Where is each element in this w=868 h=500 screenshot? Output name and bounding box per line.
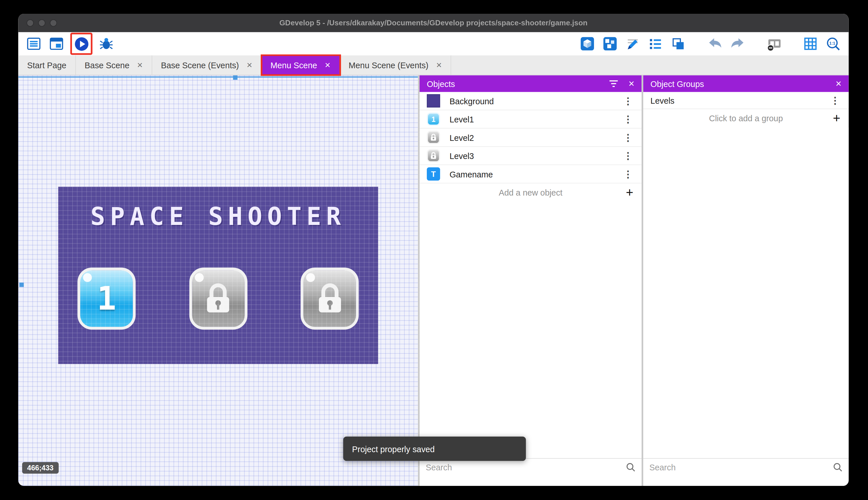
gloss-dot: [195, 273, 203, 282]
grid-icon: [803, 37, 818, 51]
locked-thumbnail-icon: [427, 131, 440, 144]
tab-label: Base Scene: [85, 60, 129, 70]
level2-button-instance[interactable]: [189, 268, 247, 329]
traffic-lights: [26, 14, 57, 32]
tab-base-scene[interactable]: Base Scene ×: [76, 55, 152, 75]
search-icon: [833, 462, 843, 472]
tab-bar: Start Page Base Scene × Base Scene (Even…: [18, 55, 848, 75]
level1-number: 1: [80, 271, 133, 327]
redo-button[interactable]: [728, 35, 746, 53]
selection-handle-left[interactable]: [19, 283, 24, 287]
row-menu-icon[interactable]: ⋮: [622, 150, 634, 161]
object-name: Level3: [449, 151, 622, 160]
zoom-button[interactable]: 1:1: [824, 35, 842, 53]
add-group-label: Click to add a group: [709, 113, 783, 123]
gloss-dot: [306, 273, 315, 282]
debugger-bug-icon: [99, 37, 114, 51]
close-window-button[interactable]: [26, 19, 34, 26]
minimize-window-button[interactable]: [38, 19, 46, 26]
groups-search-bar: [643, 458, 849, 476]
object-row-level1[interactable]: 1 Level1 ⋮: [420, 110, 642, 128]
search-icon: [626, 462, 635, 472]
toggle-mask-button[interactable]: [765, 35, 783, 53]
undo-button[interactable]: [706, 35, 724, 53]
close-objects-panel-icon[interactable]: ×: [629, 79, 634, 89]
row-menu-icon[interactable]: ⋮: [829, 94, 841, 106]
preview-button[interactable]: [73, 35, 90, 52]
close-groups-panel-icon[interactable]: ×: [835, 79, 841, 89]
instances-list-icon: [648, 37, 662, 51]
text-object-icon: T: [427, 167, 440, 181]
object-row-gamename[interactable]: T Gamename ⋮: [420, 165, 642, 183]
film-mask-minus-icon: [766, 36, 782, 51]
open-layers-editor-button[interactable]: [669, 35, 687, 53]
tab-close-icon[interactable]: ×: [436, 60, 442, 70]
tab-close-icon[interactable]: ×: [247, 60, 252, 70]
zoom-window-button[interactable]: [50, 19, 57, 26]
object-name: Level1: [449, 114, 622, 124]
screen: GDevelop 5 - /Users/dkarakay/Documents/G…: [0, 0, 868, 500]
objects-cube-icon: [580, 37, 595, 51]
level1-button-instance[interactable]: 1: [78, 268, 136, 329]
groups-panel-empty: [643, 127, 849, 458]
level1-thumbnail-icon: 1: [427, 112, 440, 126]
tab-base-scene-events[interactable]: Base Scene (Events) ×: [152, 55, 262, 75]
add-object-plus-icon[interactable]: +: [626, 186, 633, 199]
save-toast: Project properly saved: [343, 436, 526, 461]
groups-search-input[interactable]: [649, 462, 829, 472]
cursor-coordinates: 466;433: [22, 462, 58, 474]
add-group-plus-icon[interactable]: +: [833, 112, 840, 125]
objects-search-input[interactable]: [426, 462, 622, 472]
level3-button-instance[interactable]: [301, 268, 359, 329]
scene-window-icon: [49, 37, 63, 51]
row-menu-icon[interactable]: ⋮: [622, 113, 634, 125]
tab-close-icon[interactable]: ×: [325, 60, 330, 70]
level-buttons-row: 1: [78, 268, 359, 329]
tab-label: Menu Scene: [271, 60, 317, 70]
preview-highlight-box: [70, 33, 92, 55]
main-area: SPACE SHOOTER 1: [18, 76, 848, 486]
open-properties-button[interactable]: [624, 35, 642, 53]
locked-thumbnail-icon: [427, 149, 440, 162]
window-title: GDevelop 5 - /Users/dkarakay/Documents/G…: [18, 19, 848, 27]
tab-menu-scene-events[interactable]: Menu Scene (Events) ×: [340, 55, 451, 75]
object-name: Gamename: [449, 169, 622, 179]
selection-handle-top[interactable]: [233, 76, 237, 80]
start-page-button[interactable]: [47, 35, 65, 53]
background-instance[interactable]: SPACE SHOOTER 1: [58, 186, 378, 364]
open-objects-editor-button[interactable]: [578, 35, 596, 53]
toggle-grid-button[interactable]: [801, 35, 819, 53]
pencil-edit-icon: [626, 37, 640, 51]
tab-menu-scene[interactable]: Menu Scene ×: [262, 55, 340, 75]
object-groups-header: Object Groups ×: [643, 76, 849, 92]
debugger-button[interactable]: [97, 35, 115, 53]
titlebar: GDevelop 5 - /Users/dkarakay/Documents/G…: [18, 14, 848, 32]
zoom-1-1-icon: 1:1: [826, 36, 841, 51]
objects-panel-header: Objects ×: [420, 76, 642, 92]
object-groups-title: Object Groups: [650, 79, 826, 88]
objects-panel-empty: [420, 202, 642, 458]
add-group-row[interactable]: Click to add a group +: [643, 109, 849, 127]
open-object-groups-editor-button[interactable]: [601, 35, 619, 53]
play-icon: [74, 36, 89, 51]
object-row-background[interactable]: Background ⋮: [420, 92, 642, 110]
group-row-levels[interactable]: Levels ⋮: [643, 92, 849, 109]
object-row-level3[interactable]: Level3 ⋮: [420, 147, 642, 165]
tab-label: Start Page: [27, 60, 66, 70]
add-new-object-row[interactable]: Add a new object +: [420, 183, 642, 202]
scene-title-text[interactable]: SPACE SHOOTER: [58, 202, 378, 230]
object-name: Background: [449, 96, 622, 106]
tab-close-icon[interactable]: ×: [137, 60, 143, 70]
objects-panel-title: Objects: [427, 79, 599, 88]
row-menu-icon[interactable]: ⋮: [622, 95, 634, 106]
row-menu-icon[interactable]: ⋮: [622, 132, 634, 143]
lock-icon: [316, 282, 343, 315]
scene-canvas[interactable]: SPACE SHOOTER 1: [18, 76, 418, 486]
project-manager-button[interactable]: [25, 35, 43, 53]
object-row-level2[interactable]: Level2 ⋮: [420, 128, 642, 147]
tab-label: Menu Scene (Events): [349, 60, 428, 70]
tab-start-page[interactable]: Start Page: [18, 55, 76, 75]
row-menu-icon[interactable]: ⋮: [622, 168, 634, 180]
filter-icon[interactable]: [609, 80, 619, 88]
open-instances-list-button[interactable]: [647, 35, 665, 53]
